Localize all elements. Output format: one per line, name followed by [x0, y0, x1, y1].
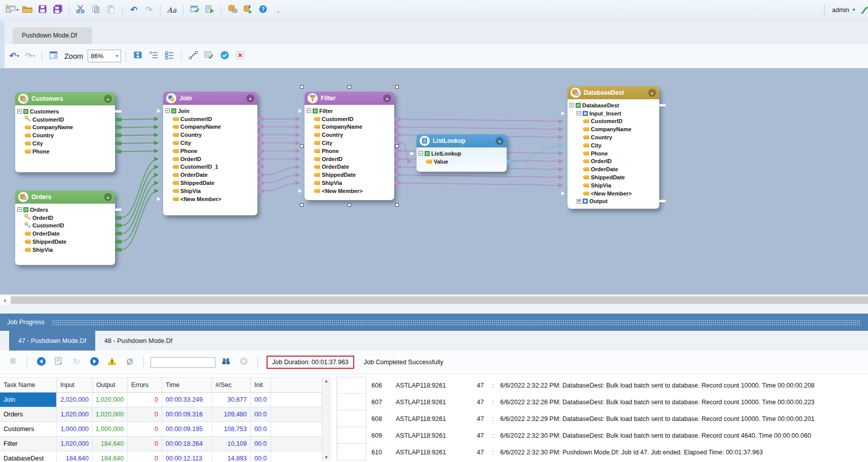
dataflow-canvas[interactable]: Customers▲−CustomersCustomerIDCompanyNam…: [0, 68, 868, 294]
output-port[interactable]: [394, 117, 401, 121]
copy-button[interactable]: [89, 3, 103, 17]
node-field-orders[interactable]: −Orders: [15, 206, 115, 214]
node-field-newmember[interactable]: <New Member>: [568, 189, 659, 198]
scrollbar-thumb[interactable]: [11, 296, 868, 304]
output-port[interactable]: [507, 160, 513, 163]
paste-button[interactable]: [104, 3, 118, 17]
output-port[interactable]: [659, 104, 666, 106]
toolbar-overflow-button[interactable]: ⌄: [271, 3, 285, 17]
run-dataflow-button[interactable]: [203, 3, 217, 17]
output-port[interactable]: [394, 157, 401, 161]
collapse-node-button[interactable]: ▲: [104, 95, 112, 103]
node-field-city[interactable]: City: [305, 139, 394, 147]
node-field-orderid[interactable]: OrderID: [568, 158, 659, 166]
column-header-init[interactable]: Init: [251, 378, 271, 392]
table-row-join[interactable]: Join2,020,0001,020,000000:00:33.24930,67…: [0, 393, 330, 407]
node-field-customerid[interactable]: CustomerID: [15, 115, 115, 124]
table-vertical-scrollbar[interactable]: ▲ ▼: [322, 377, 330, 461]
selection-handle[interactable]: [395, 144, 399, 148]
log-row-607[interactable]: 607ASTLAP118:926147:6/6/2022 2:32:26 PM:…: [337, 394, 868, 410]
output-port[interactable]: [659, 200, 666, 203]
zoom-select[interactable]: 86%▾: [88, 50, 121, 62]
table-row-customers[interactable]: Customers1,000,0001,000,000000:00:09.195…: [0, 422, 330, 437]
output-port[interactable]: [115, 208, 122, 211]
clear-search-button[interactable]: [237, 355, 251, 369]
scroll-down-icon[interactable]: ▼: [324, 455, 329, 460]
output-port[interactable]: [394, 149, 401, 152]
column-header-sec[interactable]: #/Sec: [212, 378, 251, 392]
save-button[interactable]: [35, 3, 50, 17]
next-job-button[interactable]: [87, 355, 101, 369]
node-field-newmember[interactable]: <New Member>: [163, 195, 257, 203]
node-field-listlookup[interactable]: −ListLookup: [417, 149, 507, 158]
column-header-taskname[interactable]: Task Name: [0, 378, 57, 392]
output-port[interactable]: [394, 165, 401, 169]
warnings-button[interactable]: [105, 355, 119, 369]
collapse-icon[interactable]: −: [17, 109, 22, 113]
node-field-phone[interactable]: Phone: [163, 147, 257, 155]
log-row-609[interactable]: 609ASTLAP118:926147:6/6/2022 2:32:30 PM:…: [337, 427, 868, 444]
refresh-button[interactable]: ↻: [69, 355, 84, 369]
node-field-shipvia[interactable]: ShipVia: [163, 187, 257, 195]
node-field-country[interactable]: Country: [305, 131, 394, 139]
tab-pushdown-mode[interactable]: Pushdown Mode.Df: [13, 27, 92, 44]
node-join[interactable]: Join▲−JoinCustomerIDCompanyNameCountryCi…: [163, 92, 257, 215]
column-header-time[interactable]: Time: [162, 378, 212, 392]
new-dataflow-button[interactable]: ▾: [5, 3, 19, 17]
preview-layout-button[interactable]: [47, 49, 61, 63]
node-field-orderdate[interactable]: OrderDate: [568, 165, 659, 173]
node-field-phone[interactable]: Phone: [568, 149, 659, 158]
node-field-orderid[interactable]: OrderID: [305, 155, 394, 163]
help-button[interactable]: ?: [256, 3, 270, 17]
collapse-node-button[interactable]: ▲: [496, 137, 504, 145]
node-field-city[interactable]: City: [568, 141, 659, 149]
null-filter-button[interactable]: Ø: [123, 355, 137, 369]
toolbar-grip[interactable]: [823, 5, 826, 16]
save-all-button[interactable]: [51, 3, 65, 17]
collapse-icon[interactable]: −: [17, 207, 22, 212]
collapse-icon[interactable]: −: [570, 103, 574, 107]
node-field-companyname[interactable]: CompanyName: [15, 124, 115, 132]
output-port[interactable]: [257, 189, 264, 192]
scroll-left-button[interactable]: ‹: [0, 295, 10, 305]
output-port[interactable]: [115, 240, 122, 244]
node-listlookup[interactable]: ListLookup▲−ListLookupValue: [417, 134, 507, 172]
redo-button[interactable]: ↷: [142, 3, 156, 17]
job-progress-header[interactable]: Job Progress: [0, 314, 868, 331]
node-field-companyname[interactable]: CompanyName: [163, 123, 257, 131]
output-port[interactable]: [115, 142, 122, 145]
auto-layout-button[interactable]: [131, 49, 145, 63]
collapse-icon[interactable]: −: [419, 151, 423, 156]
node-field-companyname[interactable]: CompanyName: [305, 123, 394, 131]
node-customers[interactable]: Customers▲−CustomersCustomerIDCompanyNam…: [15, 92, 115, 172]
output-port[interactable]: [115, 248, 122, 251]
output-port[interactable]: [257, 157, 264, 161]
output-port[interactable]: [257, 141, 264, 145]
output-port[interactable]: [115, 216, 122, 219]
collapse-all-button[interactable]: [146, 49, 161, 63]
collapse-node-button[interactable]: ▲: [383, 94, 391, 102]
font-button[interactable]: Aa: [165, 3, 179, 17]
node-field-shippeddate[interactable]: ShippedDate: [163, 179, 257, 187]
node-field-city[interactable]: City: [15, 139, 115, 147]
validate-window-button[interactable]: [187, 3, 202, 17]
find-button[interactable]: [219, 355, 233, 369]
deploy-button[interactable]: [241, 3, 255, 17]
output-port[interactable]: [257, 133, 264, 137]
node-field-customerid[interactable]: CustomerID: [568, 118, 659, 126]
scroll-up-icon[interactable]: ▲: [324, 378, 329, 383]
job-tab-2[interactable]: 48 - Pushdown Mode.Df: [95, 331, 181, 351]
panel-splitter[interactable]: [330, 374, 337, 461]
collapse-node-button[interactable]: ▲: [648, 89, 656, 97]
selection-handle[interactable]: [300, 85, 304, 89]
collapse-node-button[interactable]: ▲: [246, 94, 254, 102]
clear-errors-button[interactable]: [233, 49, 247, 63]
node-field-orderdate[interactable]: OrderDate: [15, 229, 115, 238]
verify-button[interactable]: [217, 49, 232, 63]
selection-handle[interactable]: [348, 85, 351, 89]
previous-job-button[interactable]: [34, 355, 48, 369]
output-port[interactable]: [394, 173, 401, 177]
column-header-errors[interactable]: Errors: [128, 378, 162, 392]
output-port[interactable]: [115, 126, 122, 129]
output-port[interactable]: [115, 224, 122, 227]
